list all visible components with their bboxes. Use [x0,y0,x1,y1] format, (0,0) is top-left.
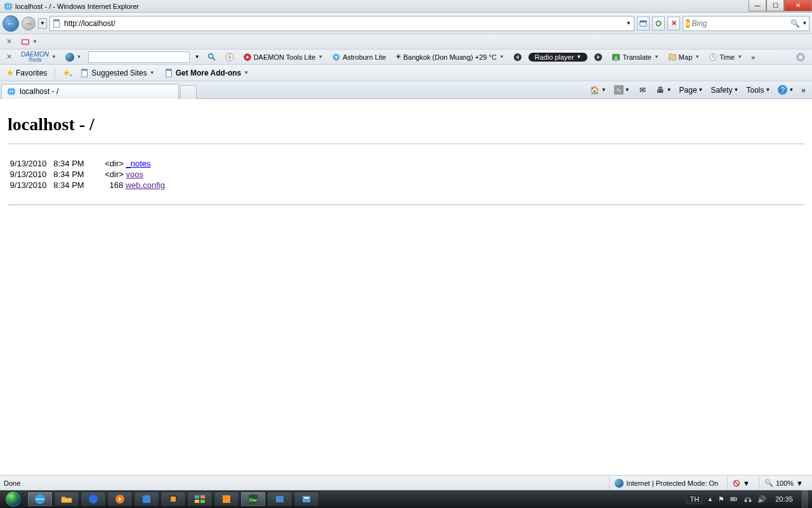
addon-row-1-close[interactable]: ✕ [4,37,15,46]
forward-button[interactable]: → [22,17,36,30]
read-mail-button[interactable]: ✉ [635,84,650,97]
svg-text:Dw: Dw [249,497,258,503]
taskbar-app-6[interactable] [160,491,186,507]
svg-rect-35 [200,500,205,503]
daemon-search-dd[interactable]: ▼ [193,54,201,60]
time-button[interactable]: Time▼ [706,52,745,62]
taskbar-app-5[interactable] [134,491,159,507]
svg-rect-4 [640,20,647,22]
nav-row: ← → ▼ ▼ ✕ b 🔍 ▼ [0,13,812,34]
taskbar-app-8[interactable] [214,491,239,507]
address-bar[interactable]: ▼ [49,16,634,31]
daemon-brand[interactable]: DAEMON Tools ▼ [18,51,59,64]
safety-menu[interactable]: Safety▼ [709,84,742,96]
translate-button[interactable]: aTranslate▼ [609,52,661,62]
search-button[interactable]: 🔍 [790,19,800,28]
feeds-button[interactable]: ∿▼ [612,84,632,96]
weather-widget[interactable]: ☀Bangkok (Don Muang) +29 °C▼ [393,52,507,62]
back-button[interactable]: ← [3,15,19,32]
directory-entry-link[interactable]: web.config [126,180,165,190]
tray-clock[interactable]: 20:35 [771,495,797,503]
new-tab-button[interactable] [180,85,197,99]
daemon-more[interactable]: » [749,53,757,62]
taskbar-app-3[interactable] [81,491,106,507]
directory-entry-link[interactable]: voos [126,170,143,179]
window-titlebar: localhost - / - Windows Internet Explore… [0,0,812,13]
home-icon: 🏠 [590,85,600,95]
protected-mode-toggle[interactable]: ▼ [727,476,755,490]
refresh-button[interactable] [652,17,665,30]
map-button[interactable]: Map▼ [665,52,702,62]
radio-next[interactable] [591,52,605,62]
minimize-button[interactable]: — [749,0,766,11]
zoom-control[interactable]: 🔍100%▼ [759,476,808,490]
search-input[interactable] [692,19,788,28]
taskbar-dreamweaver[interactable]: Dw [240,491,266,507]
page-icon [53,19,62,28]
home-button[interactable]: 🏠▼ [587,84,609,97]
astroburn-lite[interactable]: Astroburn Lite [329,52,388,62]
search-box[interactable]: b 🔍 ▼ [683,16,809,31]
print-button[interactable]: 🖶▼ [653,84,674,97]
tools-menu[interactable]: Tools▼ [743,84,773,96]
address-input[interactable] [64,19,624,28]
taskbar-wmp[interactable] [107,491,133,507]
nav-history-dropdown[interactable]: ▼ [38,18,47,29]
sun-icon: ☀ [395,53,402,61]
help-icon: ? [778,85,787,95]
tab-localhost[interactable]: localhost - / [1,84,179,99]
security-zone[interactable]: Internet | Protected Mode: On [609,476,723,490]
tray-network-icon[interactable] [743,495,752,504]
tray-flag-icon[interactable]: ⚑ [718,495,724,504]
svg-rect-41 [304,497,309,498]
tray-power-icon[interactable] [730,495,738,504]
language-indicator[interactable]: TH [686,494,702,504]
daemon-lightning-icon[interactable] [223,52,237,62]
directory-listing: 9/13/2010 8:34 PM <dir> _notes 9/13/2010… [8,158,804,190]
svg-rect-2 [54,19,60,21]
favorites-button[interactable]: ★Favorites [4,67,49,78]
taskbar-explorer[interactable] [54,491,79,507]
divider [8,144,804,144]
radio-prev[interactable] [511,52,525,62]
page-menu[interactable]: Page▼ [677,84,706,96]
compat-view-button[interactable] [637,17,650,30]
daemon-tools-lite[interactable]: DAEMON Tools Lite▼ [240,52,326,62]
daemon-settings-icon[interactable] [793,51,808,63]
tray-volume-icon[interactable]: 🔊 [757,495,766,504]
directory-entry-link[interactable]: _notes [126,159,150,168]
close-button[interactable]: ✕ [784,0,812,11]
tray-show-hidden[interactable]: ▲ [707,496,713,502]
get-more-addons[interactable]: Get More Add-ons▼ [162,68,251,78]
mail-icon: ✉ [638,85,648,95]
help-button[interactable]: ?▼ [775,84,796,96]
svg-rect-23 [166,69,171,70]
ie-icon [7,87,16,96]
daemon-search-input[interactable] [88,51,190,63]
daemon-search-engine[interactable]: ▼ [63,52,84,62]
command-more[interactable]: » [799,84,808,96]
taskbar: Dw TH ▲ ⚑ 🔊 20:35 [0,490,812,508]
taskbar-app-11[interactable] [294,491,319,507]
stop-button[interactable]: ✕ [667,17,680,30]
search-dropdown-icon[interactable]: ▼ [802,20,808,26]
add-to-favorites[interactable]: ★+ [60,67,73,78]
taskbar-app-10[interactable] [267,491,292,507]
radio-player[interactable]: Radio player▼ [528,53,588,62]
page-heading: localhost - / [8,114,804,135]
start-button[interactable] [0,490,27,508]
globe-icon [65,53,74,62]
svg-rect-34 [195,500,199,503]
globe-icon [615,479,624,488]
taskbar-app-7[interactable] [187,491,213,507]
addon-row-1-icon[interactable]: ▼ [18,37,40,47]
address-dropdown-icon[interactable]: ▼ [626,20,631,26]
maximize-button[interactable]: ☐ [766,0,784,11]
daemon-search-go[interactable] [205,52,219,62]
show-desktop-button[interactable] [802,490,808,508]
suggested-sites[interactable]: Suggested Sites▼ [78,68,157,78]
svg-rect-6 [23,40,29,43]
taskbar-ie[interactable] [27,491,53,507]
svg-rect-36 [223,495,230,503]
daemon-toolbar-close[interactable]: ✕ [4,53,15,61]
